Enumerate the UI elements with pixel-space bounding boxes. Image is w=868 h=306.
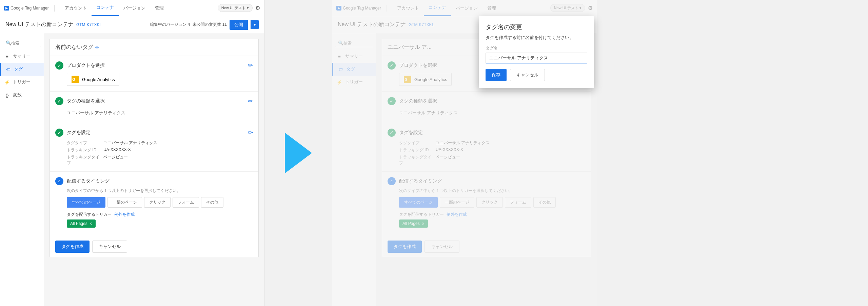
trigger-btn-form[interactable]: フォーム [173, 197, 199, 208]
sidebar-item-summary[interactable]: ≡ サマリー [0, 50, 44, 63]
gtm-logo-box: ▶ [4, 6, 9, 11]
step3-edit-btn[interactable]: ✏ [248, 129, 253, 136]
rename-dialog: タグ名の変更 タグを作成する前に名前を付けてください。 タグ名 保存 キャンセル [479, 16, 594, 88]
section3-header: ✓ タグを設定 ✏ [55, 129, 253, 137]
container-title: New UI テストの新コンテナ [5, 21, 74, 28]
step3-check: ✓ [55, 129, 63, 137]
search-input[interactable] [11, 41, 38, 45]
search-icon: 🔍 [6, 40, 11, 45]
publish-area: 編集中のバージョン 4 未公開の変更数 11 公開 ▾ [150, 20, 259, 30]
dialog-title: タグ名の変更 [486, 23, 587, 31]
section1-header: ✓ プロダクトを選択 ✏ [55, 61, 253, 70]
trigger-btn-click[interactable]: クリック [144, 197, 171, 208]
section-tag-type: ✓ タグの種類を選択 ✏ ユニバーサル アナリティクス [50, 92, 258, 123]
step3-title: タグを設定 [67, 130, 91, 136]
trigger-btn-all-pages[interactable]: すべてのページ [67, 197, 105, 208]
step2-edit-btn[interactable]: ✏ [248, 97, 253, 105]
chip-label: All Pages [70, 221, 87, 226]
chip-remove-icon[interactable]: × [90, 221, 92, 226]
step2-check: ✓ [55, 97, 63, 105]
tag-settings-grid: タグタイプ ユニバーサル アナリティクス トラッキング ID UA-XXXXXX… [67, 140, 253, 166]
variables-icon: {} [4, 92, 10, 98]
value-tracking-type: ページビュー [103, 154, 253, 166]
nav-version[interactable]: バージョン [119, 0, 150, 16]
publish-button[interactable]: 公開 [230, 20, 248, 30]
trigger-description: 次のタイプの中から１つ以上のトリガーを選択してください。 [67, 188, 253, 194]
nav-container[interactable]: コンテナ [92, 0, 119, 16]
step2-title: タグの種類を選択 [67, 98, 105, 104]
dialog-save-button[interactable]: 保存 [486, 69, 507, 81]
exception-link[interactable]: 例外を作成 [114, 212, 135, 217]
step1-edit-btn[interactable]: ✏ [248, 62, 253, 69]
tag-card: 名前のないタグ ✏ ✓ プロダクトを選択 ✏ [50, 39, 259, 257]
tag-card-title: 名前のないタグ ✏ [55, 44, 99, 51]
section-product: ✓ プロダクトを選択 ✏ G Google Analytics [50, 56, 258, 92]
dialog-overlay: タグ名の変更 タグを作成する前に名前を付けてください。 タグ名 保存 キャンセル [332, 0, 597, 306]
sidebar-search-box[interactable]: 🔍 [3, 39, 41, 47]
step4-number: 4 [55, 177, 63, 185]
nav-admin[interactable]: 管理 [150, 0, 169, 16]
version-label: 編集中のバージョン 4 [150, 22, 190, 27]
product-logo: G Google Analytics [67, 73, 119, 86]
label-tag-type: タグタイプ [67, 140, 101, 146]
trigger-type-buttons: すべてのページ 一部のページ クリック フォーム その他 [67, 197, 253, 208]
action-buttons: タグを作成 キャンセル [50, 236, 258, 257]
tag-title-text: 名前のないタグ [55, 44, 93, 51]
section-tag-settings: ✓ タグを設定 ✏ タグタイプ ユニバーサル アナリティクス トラッキング ID… [50, 123, 258, 172]
sidebar-label-triggers: トリガー [13, 79, 31, 85]
trigger-btn-other[interactable]: その他 [201, 197, 223, 208]
trigger-btn-some-pages[interactable]: 一部のページ [107, 197, 142, 208]
sidebar: 🔍 ≡ サマリー 🏷 タグ ⚡ トリガー {} 変数 [0, 33, 44, 306]
svg-text:G: G [72, 77, 75, 81]
sidebar-item-triggers[interactable]: ⚡ トリガー [0, 76, 44, 89]
step4-title: 配信するタイミング [67, 178, 110, 184]
publish-dropdown[interactable]: ▾ [251, 20, 259, 29]
left-panel: ▶ Google Tag Manager アカウント コンテナ バージョン 管理… [0, 0, 264, 306]
top-nav: ▶ Google Tag Manager アカウント コンテナ バージョン 管理… [0, 0, 264, 16]
google-text: Google [11, 6, 24, 11]
top-nav-right: New UI テスト ▾ ⚙ [218, 4, 260, 12]
cancel-button[interactable]: キャンセル [92, 241, 127, 253]
app-name: Tag Manager [25, 6, 49, 11]
main-content: 名前のないタグ ✏ ✓ プロダクトを選択 ✏ [44, 33, 264, 306]
account-chip[interactable]: New UI テスト ▾ [218, 4, 253, 12]
tag-type-value: ユニバーサル アナリティクス [67, 109, 253, 117]
dialog-cancel-button[interactable]: キャンセル [510, 69, 545, 81]
summary-icon: ≡ [4, 53, 10, 59]
right-panel: ▶ Google Tag Manager アカウント コンテナ バージョン 管理… [332, 0, 597, 306]
direction-arrow [285, 133, 312, 173]
step1-title: プロダクトを選択 [67, 62, 105, 69]
dialog-field-label: タグ名 [486, 45, 587, 51]
product-name: Google Analytics [82, 77, 115, 82]
trigger-label-text: タグを配信するトリガー [67, 212, 112, 217]
label-tracking-id: トラッキング ID [67, 147, 101, 153]
label-tracking-type: トラッキングタイプ [67, 154, 101, 166]
container-titlebar: New UI テストの新コンテナ GTM-K7TXKL 編集中のバージョン 4 … [0, 16, 264, 33]
sidebar-label-variables: 変数 [13, 92, 22, 98]
arrow-divider [264, 0, 332, 306]
section4-header: 4 配信するタイミング [55, 177, 253, 185]
app-logo: ▶ Google Tag Manager [4, 6, 49, 11]
triggers-icon: ⚡ [4, 79, 10, 85]
create-tag-button[interactable]: タグを作成 [55, 241, 90, 253]
section2-header: ✓ タグの種類を選択 ✏ [55, 97, 253, 105]
nav-account[interactable]: アカウント [60, 0, 92, 16]
value-tag-type: ユニバーサル アナリティクス [103, 140, 253, 146]
body-layout: 🔍 ≡ サマリー 🏷 タグ ⚡ トリガー {} 変数 [0, 33, 264, 306]
dialog-name-input[interactable] [486, 53, 587, 63]
step1-check: ✓ [55, 61, 63, 70]
dialog-buttons: 保存 キャンセル [486, 69, 587, 81]
sidebar-label-summary: サマリー [13, 53, 31, 59]
nav-separator [54, 5, 55, 12]
gear-icon[interactable]: ⚙ [255, 5, 260, 11]
sidebar-item-variables[interactable]: {} 変数 [0, 89, 44, 101]
tag-title-edit-icon[interactable]: ✏ [95, 45, 99, 50]
tags-icon: 🏷 [5, 66, 11, 72]
all-pages-chip: All Pages × [67, 219, 96, 228]
gtm-id[interactable]: GTM-K7TXKL [76, 22, 102, 27]
ga-logo-icon: G [71, 75, 79, 83]
sidebar-item-tags[interactable]: 🏷 タグ [0, 63, 44, 76]
top-nav-items: アカウント コンテナ バージョン 管理 [60, 0, 169, 16]
section-trigger: 4 配信するタイミング 次のタイプの中から１つ以上のトリガーを選択してください。… [50, 172, 258, 236]
value-tracking-id: UA-XXXXXX-X [103, 147, 253, 153]
